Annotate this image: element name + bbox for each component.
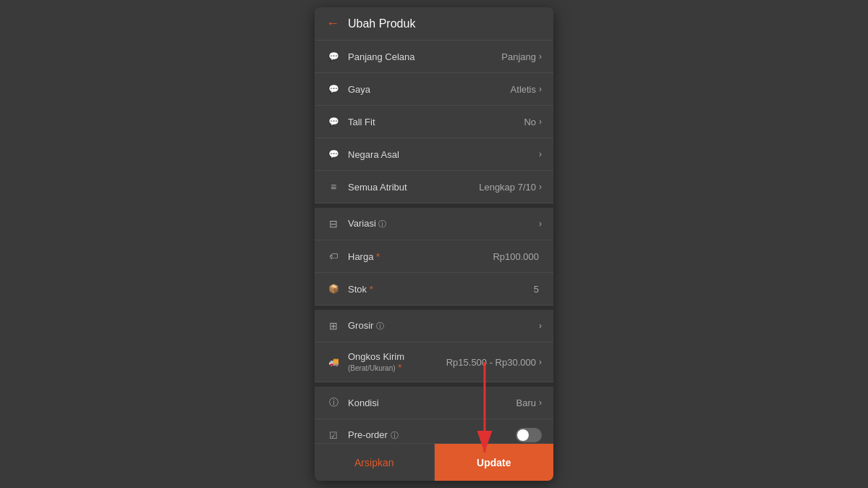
info-icon <box>326 395 341 410</box>
chat-icon <box>326 114 341 129</box>
item-value-kondisi: Baru <box>516 397 536 408</box>
item-value-harga: Rp100.000 <box>493 251 539 262</box>
item-label-negara-asal: Negara Asal <box>348 149 539 160</box>
list-item-pre-order[interactable]: Pre-order ⓘ <box>315 419 553 443</box>
item-label-grosir: Grosir ⓘ <box>348 320 539 332</box>
atribut-icon <box>326 180 341 194</box>
item-value-stok: 5 <box>534 284 539 295</box>
list-item-tall-fit[interactable]: Tall Fit No › <box>315 106 553 138</box>
truck-icon <box>326 355 341 369</box>
list-item-semua-atribut[interactable]: Semua Atribut Lengkap 7/10 › <box>315 171 553 203</box>
item-label-pre-order: Pre-order ⓘ <box>348 429 516 441</box>
chevron-icon: › <box>539 397 542 408</box>
chevron-icon: › <box>539 51 542 62</box>
page-title: Ubah Produk <box>348 17 415 30</box>
item-label-kondisi: Kondisi <box>348 397 516 408</box>
item-label-gaya: Gaya <box>348 84 511 95</box>
grid-icon <box>326 319 341 333</box>
chevron-icon: › <box>539 321 542 331</box>
chat-icon <box>326 82 341 96</box>
chevron-icon: › <box>539 84 542 94</box>
item-value-tall-fit: No <box>524 117 536 127</box>
back-button[interactable]: ← <box>326 16 339 31</box>
item-label-ongkos-kirim: Ongkos Kirim (Berat/Ukuran) * <box>348 351 446 373</box>
item-value-panjang-celana: Panjang <box>501 51 536 62</box>
footer-actions: Arsipkan Update <box>315 443 553 481</box>
chat-icon <box>326 147 341 161</box>
chat-icon <box>326 49 341 64</box>
chevron-icon: › <box>539 219 542 229</box>
item-value-semua-atribut: Lengkap 7/10 <box>479 182 536 193</box>
item-label-variasi: Variasi ⓘ <box>348 218 539 230</box>
content-scroll: Panjang Celana Panjang › Gaya Atletis › … <box>315 41 553 443</box>
chevron-icon: › <box>539 149 542 159</box>
item-label-harga: Harga * <box>348 251 493 262</box>
item-label-panjang-celana: Panjang Celana <box>348 51 501 62</box>
list-item-ongkos-kirim[interactable]: Ongkos Kirim (Berat/Ukuran) * Rp15.500 -… <box>315 342 553 382</box>
list-item-panjang-celana[interactable]: Panjang Celana Panjang › <box>315 41 553 73</box>
list-item-variasi[interactable]: Variasi ⓘ › <box>315 208 553 240</box>
list-item-harga[interactable]: Harga * Rp100.000 <box>315 240 553 273</box>
item-value-ongkos-kirim: Rp15.500 - Rp30.000 <box>446 357 536 368</box>
check-icon <box>326 428 341 442</box>
pre-order-toggle[interactable] <box>516 428 542 442</box>
update-button[interactable]: Update <box>435 444 554 481</box>
item-value-gaya: Atletis <box>511 84 536 95</box>
list-item-kondisi[interactable]: Kondisi Baru › <box>315 387 553 419</box>
box-icon <box>326 282 341 296</box>
item-label-tall-fit: Tall Fit <box>348 117 524 127</box>
page-header: ← Ubah Produk <box>315 7 553 41</box>
archive-button[interactable]: Arsipkan <box>315 444 435 481</box>
tag-icon <box>326 249 341 264</box>
chevron-icon: › <box>539 117 542 127</box>
list-item-gaya[interactable]: Gaya Atletis › <box>315 73 553 106</box>
variasi-icon <box>326 216 341 231</box>
list-item-grosir[interactable]: Grosir ⓘ › <box>315 310 553 342</box>
chevron-icon: › <box>539 182 542 192</box>
item-label-semua-atribut: Semua Atribut <box>348 182 479 193</box>
list-item-stok[interactable]: Stok * 5 <box>315 273 553 306</box>
item-label-stok: Stok * <box>348 284 534 295</box>
chevron-icon: › <box>539 357 542 367</box>
list-item-negara-asal[interactable]: Negara Asal › <box>315 138 553 171</box>
